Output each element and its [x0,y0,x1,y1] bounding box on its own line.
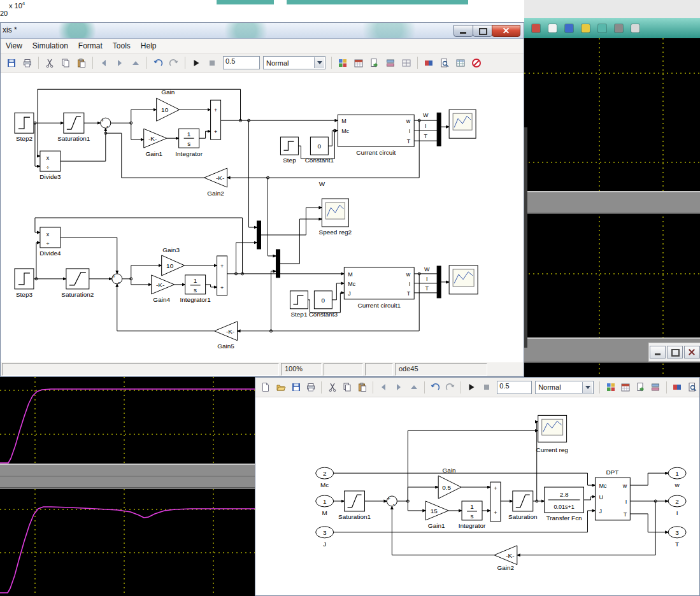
block-gain[interactable]: 0.5 Gain [438,467,461,499]
library-browser-icon[interactable] [603,380,618,395]
outport-w[interactable]: 1 w [668,467,686,488]
cut-icon[interactable] [325,380,339,395]
mux[interactable] [257,221,261,249]
copy-icon[interactable] [340,380,355,395]
forward-icon[interactable] [112,55,127,70]
model-browser-icon[interactable] [618,380,633,395]
model-canvas[interactable]: Current reg 2 Mc 1 M 3 J [255,397,699,595]
block-step1[interactable]: Step1 [290,291,308,318]
simulation-time-input[interactable]: 0.5 [223,56,260,69]
block-gain[interactable]: 10 Gain [157,89,180,121]
library-browser-icon[interactable] [335,55,350,70]
save-icon[interactable] [289,380,303,395]
block-sum[interactable]: + - [101,117,111,129]
block-gain2[interactable]: -K- Gain2 [204,168,227,197]
block-constant3[interactable]: 0 Constant3 [309,291,338,318]
minimize-icon[interactable] [454,25,473,37]
inport-m[interactable]: 1 M [316,495,334,516]
block-speed-reg2-scope[interactable]: Speed reg2 [319,199,352,236]
block-step2[interactable]: Step2 [15,113,34,142]
maximize-icon[interactable] [667,346,683,358]
new-icon[interactable] [259,380,273,395]
build-icon[interactable] [383,55,398,70]
minimize-icon[interactable] [650,346,666,358]
block-integrator[interactable]: 1 s Integrator [175,129,203,157]
save-icon[interactable] [4,55,19,70]
block-gain2[interactable]: -K- Gain2 [494,546,517,571]
simulation-time-input[interactable]: 0.5 [497,381,532,394]
outport-t[interactable]: 3 T [668,527,686,548]
block-current-circuit[interactable]: M Mc w I T Current circuit [338,115,414,156]
report-icon[interactable] [453,55,468,70]
redo-icon[interactable] [166,55,182,70]
block-integrator1[interactable]: 1 s Integrator1 [180,275,211,303]
chevron-down-icon[interactable] [582,382,592,393]
chevron-down-icon[interactable] [314,57,324,68]
block-gain1[interactable]: -K- Gain1 [144,129,167,157]
block-sum[interactable]: + - [387,495,397,507]
simulation-mode-select[interactable]: Normal [263,56,325,69]
toggle-view-icon[interactable] [421,55,436,70]
figure-toolbar-icon[interactable] [565,24,573,32]
block-gain1[interactable]: 15 Gain1 [425,501,448,529]
back-icon[interactable] [96,55,111,70]
block-gain5[interactable]: -K- Gain5 [215,322,238,350]
redo-icon[interactable] [443,380,458,395]
model-explorer-icon[interactable] [685,380,699,395]
block-dpt[interactable]: DPT Mc U J w I T [595,469,630,520]
block-scope[interactable] [449,266,478,294]
model-canvas[interactable]: W W I T W I T Step2 Saturation1 [1,73,524,362]
workspace-icon[interactable] [399,55,414,70]
stop-simulation-icon[interactable] [204,55,220,70]
close-icon[interactable] [492,25,520,37]
paste-icon[interactable] [355,380,370,395]
up-icon[interactable] [128,55,143,70]
forward-icon[interactable] [392,380,406,395]
update-diagram-icon[interactable] [367,55,382,70]
back-icon[interactable] [376,380,391,395]
start-simulation-icon[interactable] [464,380,479,395]
start-simulation-icon[interactable] [189,55,204,70]
outport-i[interactable]: 2 I [668,495,686,516]
copy-icon[interactable] [58,55,73,70]
block-saturation2[interactable]: Saturation2 [61,269,94,298]
close-icon[interactable] [684,346,700,358]
block-constant1[interactable]: 0 Constant1 [305,137,334,164]
inport-mc[interactable]: 2 Mc [316,467,334,488]
simulation-mode-select[interactable]: Normal [535,381,594,394]
debug-disable-icon[interactable] [469,55,484,70]
block-divide4[interactable]: x ÷ Divide4 [39,227,61,257]
maximize-icon[interactable] [473,25,492,37]
figure-toolbar-icon[interactable] [631,24,639,32]
mux[interactable] [437,113,441,146]
mux[interactable] [437,266,441,298]
block-saturation1[interactable]: Saturation1 [338,491,371,520]
toggle-view-icon[interactable] [670,380,685,395]
block-step[interactable]: Step [280,137,298,164]
block-saturation1[interactable]: Saturation1 [57,113,90,142]
inport-j[interactable]: 3 J [316,527,334,548]
menu-tools[interactable]: Tools [108,39,136,52]
block-current-circuit1[interactable]: M Mc J w I T Current circuit1 [344,267,414,309]
block-current-reg-scope[interactable]: Current reg [536,415,568,453]
block-sum[interactable]: + - [112,273,122,285]
block-scope[interactable] [449,110,476,138]
model-browser-icon[interactable] [351,55,366,70]
build-icon[interactable] [648,380,663,395]
mux[interactable] [276,250,280,278]
block-gain4[interactable]: -K- Gain4 [152,275,175,303]
block-add[interactable]: + + [211,100,221,139]
paste-icon[interactable] [74,55,89,70]
block-step3[interactable]: Step3 [15,269,34,298]
block-integrator[interactable]: 1 s Integrator [459,501,486,529]
cut-icon[interactable] [42,55,57,70]
menu-help[interactable]: Help [136,39,162,52]
block-saturation[interactable]: Saturation [508,491,537,520]
block-add[interactable]: + + [490,482,501,522]
figure-toolbar-icon[interactable] [548,24,557,32]
menu-format[interactable]: Format [73,39,108,52]
print-icon[interactable] [304,380,318,395]
undo-icon[interactable] [150,55,166,70]
undo-icon[interactable] [428,380,443,395]
titlebar[interactable]: xis * [1,23,524,39]
